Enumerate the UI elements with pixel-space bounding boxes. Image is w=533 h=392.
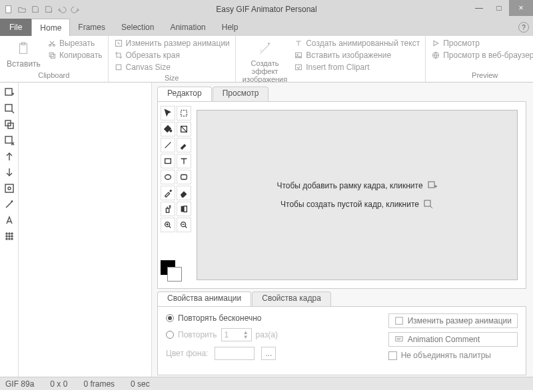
frame-props-icon[interactable] (3, 182, 15, 194)
resize-button[interactable]: Изменить размер анимации (113, 38, 231, 49)
zoom-in-tool[interactable] (161, 218, 175, 232)
svg-rect-33 (165, 159, 171, 164)
spray-tool[interactable] (161, 202, 175, 216)
svg-point-23 (11, 233, 13, 234)
comment-icon (394, 335, 404, 344)
props-tabs: Свойства анимации Свойства кадра (157, 292, 526, 306)
insert-image-button[interactable]: Вставить изображение (292, 50, 421, 61)
preview-button[interactable]: Просмотр (430, 38, 533, 49)
svg-point-27 (6, 238, 7, 240)
repeat-count-spinner[interactable]: 1▲▼ (221, 328, 252, 341)
app-title: Easy GIF Animator Personal (216, 5, 316, 14)
svg-rect-0 (6, 6, 11, 13)
group-insert: Создать эффект изображения Создать аними… (236, 36, 426, 82)
crop-button[interactable]: Обрезать края (113, 50, 231, 61)
line-tool[interactable] (161, 138, 175, 152)
svg-rect-19 (5, 184, 13, 192)
tab-help[interactable]: Help (214, 19, 247, 36)
svg-rect-18 (5, 136, 12, 143)
frame-grid-icon[interactable] (3, 230, 15, 242)
resize-icon (394, 316, 404, 325)
svg-point-28 (9, 238, 10, 240)
tab-file[interactable]: File (0, 19, 31, 36)
zoom-out-tool[interactable] (177, 218, 191, 232)
group-label: Preview (430, 70, 533, 82)
move-up-icon[interactable] (3, 150, 15, 162)
background-color[interactable] (167, 267, 182, 282)
preview-browser-button[interactable]: Просмотр в веб-браузере (430, 50, 533, 61)
copy-button[interactable]: Копировать (46, 50, 104, 61)
wand-icon (256, 39, 274, 58)
repeat-times-radio[interactable]: Повторить1▲▼раз(а) (166, 328, 278, 341)
insert-text-button[interactable]: Создать анимированный текст (292, 38, 421, 49)
gradient-tool[interactable] (177, 122, 191, 136)
svg-point-22 (9, 233, 10, 234)
duplicate-frame-icon[interactable] (3, 118, 15, 130)
save-dropdown-icon[interactable] (43, 3, 55, 15)
rect-tool[interactable] (161, 154, 175, 168)
tab-selection[interactable]: Selection (113, 19, 162, 36)
redo-icon[interactable] (69, 3, 81, 15)
bgcolor-row: Цвет фона:... (166, 347, 278, 360)
eraser-tool[interactable] (177, 186, 191, 200)
tab-home[interactable]: Home (31, 19, 70, 36)
window-controls: — □ × (469, 0, 533, 16)
delete-frame-icon[interactable] (3, 134, 15, 146)
ribbon-tabs: File Home Frames Selection Animation Hel… (0, 19, 533, 36)
anim-comment-button[interactable]: Animation Comment (388, 332, 518, 347)
tab-anim-props[interactable]: Свойства анимации (157, 292, 251, 306)
save-icon[interactable] (29, 3, 41, 15)
ellipse-tool[interactable] (161, 170, 175, 184)
open-icon[interactable] (16, 3, 28, 15)
eyedropper-tool[interactable] (161, 186, 175, 200)
svg-rect-14 (5, 89, 12, 95)
replace-color-tool[interactable] (177, 202, 191, 216)
merge-palettes-checkbox[interactable]: Не объединять палитры (388, 351, 518, 360)
svg-point-25 (9, 236, 10, 237)
svg-rect-6 (51, 55, 55, 59)
repeat-infinite-radio[interactable]: Повторять бесконечно (166, 313, 278, 323)
add-frame-hint-icon[interactable] (427, 180, 438, 191)
svg-rect-36 (166, 208, 169, 212)
resize-anim-button[interactable]: Изменить размер анимации (388, 313, 518, 328)
text-tool[interactable] (177, 154, 191, 168)
cut-button[interactable]: Вырезать (46, 38, 104, 49)
copy-icon (47, 51, 57, 60)
main-panel: Редактор Просмотр Чтобы добавить рамку к… (152, 83, 533, 377)
roundrect-tool[interactable] (177, 170, 191, 184)
tab-editor[interactable]: Редактор (157, 87, 212, 101)
maximize-button[interactable]: □ (489, 0, 509, 16)
fill-tool[interactable] (161, 122, 175, 136)
bgcolor-picker-button[interactable]: ... (261, 347, 276, 360)
tab-preview[interactable]: Просмотр (213, 87, 269, 101)
tab-frame-props[interactable]: Свойства кадра (252, 292, 331, 306)
clipart-icon (294, 63, 303, 72)
frame-wand-icon[interactable] (3, 198, 15, 210)
text-icon (294, 39, 303, 48)
create-effect-button[interactable]: Создать эффект изображения (240, 38, 290, 85)
frame-text-icon[interactable] (3, 214, 15, 226)
color-swatches[interactable] (161, 260, 182, 282)
add-blank-frame-icon[interactable] (3, 102, 15, 114)
canvas: Чтобы добавить рамку кадра, кликните Что… (197, 110, 518, 280)
minimize-button[interactable]: — (469, 0, 489, 16)
pointer-tool[interactable] (161, 106, 175, 120)
add-frame-icon[interactable] (3, 87, 15, 98)
new-icon[interactable] (3, 3, 15, 15)
help-icon[interactable]: ? (518, 22, 529, 33)
group-size: Изменить размер анимации Обрезать края C… (109, 36, 236, 82)
paste-button[interactable]: Вставить (4, 38, 43, 70)
tab-frames[interactable]: Frames (70, 19, 113, 36)
tab-animation[interactable]: Animation (162, 19, 213, 36)
marquee-tool[interactable] (177, 106, 191, 120)
close-button[interactable]: × (509, 0, 533, 16)
hint-add-frame: Чтобы добавить рамку кадра, кликните (276, 180, 437, 191)
bgcolor-box[interactable] (215, 347, 255, 360)
canvas-size-button[interactable]: Canvas Size (113, 62, 231, 73)
brush-tool[interactable] (177, 138, 191, 152)
insert-clipart-button[interactable]: Insert from Clipart (292, 62, 421, 73)
scissors-icon (47, 39, 57, 48)
undo-icon[interactable] (56, 3, 68, 15)
move-down-icon[interactable] (3, 166, 15, 178)
blank-frame-hint-icon[interactable] (423, 199, 434, 210)
